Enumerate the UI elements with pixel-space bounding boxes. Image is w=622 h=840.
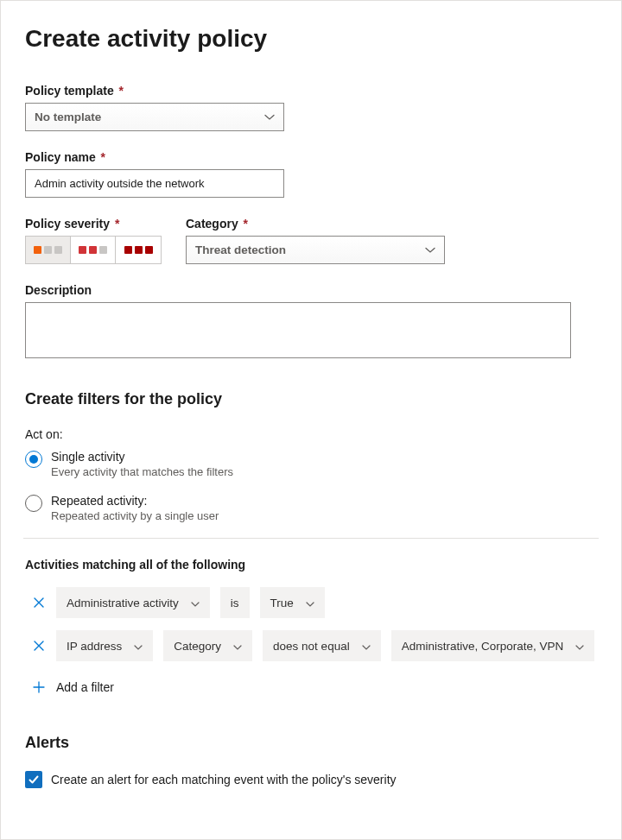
remove-filter-icon[interactable]	[32, 639, 46, 653]
filter-value-text: True	[270, 597, 294, 609]
act-on-single-row: Single activity Every activity that matc…	[25, 450, 597, 478]
create-alert-checkbox[interactable]	[25, 771, 42, 788]
filter-value-dropdown[interactable]: Administrative, Corporate, VPN	[391, 630, 595, 661]
act-on-repeated-subtitle: Repeated activity by a single user	[51, 509, 219, 522]
required-star: *	[115, 217, 119, 231]
severity-square-icon	[145, 246, 153, 254]
filters-section-title: Create filters for the policy	[25, 390, 597, 408]
act-on-single-text: Single activity Every activity that matc…	[51, 450, 233, 478]
chevron-down-icon	[425, 245, 435, 256]
filter-value-dropdown[interactable]: True	[260, 587, 325, 618]
chevron-down-icon	[134, 641, 143, 650]
act-on-repeated-radio[interactable]	[25, 495, 42, 512]
severity-high-button[interactable]	[116, 237, 161, 263]
act-on-label: Act on:	[25, 427, 597, 441]
add-filter-button[interactable]: Add a filter	[32, 680, 114, 694]
policy-template-field: Policy template * No template	[25, 84, 597, 131]
policy-template-value: No template	[35, 111, 101, 123]
act-on-repeated-title: Repeated activity:	[51, 494, 219, 508]
filter-operator: is	[220, 587, 250, 618]
chevron-down-icon	[233, 641, 242, 650]
category-label: Category *	[186, 217, 597, 231]
severity-square-icon	[54, 246, 62, 254]
chevron-down-icon	[362, 641, 371, 650]
page-title: Create activity policy	[25, 25, 597, 53]
filter-row: Administrative activity is True	[25, 587, 597, 618]
act-on-single-title: Single activity	[51, 450, 233, 464]
act-on-single-subtitle: Every activity that matches the filters	[51, 465, 233, 478]
severity-square-icon	[99, 246, 107, 254]
filter-operator-text: is	[231, 597, 239, 609]
required-star: *	[101, 150, 105, 164]
filter-field-dropdown[interactable]: IP address	[56, 630, 153, 661]
severity-low-button[interactable]	[26, 237, 71, 263]
category-label-text: Category	[186, 217, 238, 231]
add-filter-label: Add a filter	[56, 680, 114, 694]
act-on-single-radio[interactable]	[25, 451, 42, 468]
severity-square-icon	[79, 246, 86, 254]
chevron-down-icon	[575, 641, 584, 650]
description-label: Description	[25, 283, 597, 297]
chevron-down-icon	[191, 598, 200, 607]
filter-operator-dropdown[interactable]: does not equal	[263, 630, 381, 661]
policy-template-dropdown[interactable]: No template	[25, 103, 284, 131]
create-alert-label: Create an alert for each matching event …	[51, 773, 397, 786]
filter-field-value: Administrative activity	[67, 597, 179, 609]
filter-subfield-value: Category	[174, 640, 221, 653]
category-dropdown[interactable]: Threat detection	[186, 236, 445, 264]
activities-matching-label: Activities matching all of the following	[25, 558, 597, 572]
policy-template-label-text: Policy template	[25, 84, 114, 98]
policy-severity-field: Policy severity *	[25, 217, 162, 264]
plus-icon	[32, 680, 46, 694]
filter-field-value: IP address	[67, 640, 122, 653]
required-star: *	[244, 217, 248, 231]
alerts-section-title: Alerts	[25, 734, 597, 752]
category-value: Threat detection	[195, 243, 286, 256]
chevron-down-icon	[306, 598, 314, 607]
filter-value-text: Administrative, Corporate, VPN	[402, 640, 564, 653]
filter-field-dropdown[interactable]: Administrative activity	[56, 587, 210, 618]
act-on-repeated-row: Repeated activity: Repeated activity by …	[25, 494, 597, 522]
severity-square-icon	[135, 246, 143, 254]
act-on-repeated-text: Repeated activity: Repeated activity by …	[51, 494, 219, 522]
policy-name-input[interactable]	[25, 169, 284, 198]
create-alert-row: Create an alert for each matching event …	[25, 771, 597, 788]
remove-filter-icon[interactable]	[32, 596, 46, 609]
divider	[23, 538, 599, 539]
policy-name-label-text: Policy name	[25, 150, 96, 164]
required-star: *	[119, 84, 124, 98]
policy-name-label: Policy name *	[25, 150, 597, 164]
policy-template-label: Policy template *	[25, 84, 597, 98]
policy-name-field: Policy name *	[25, 150, 597, 198]
severity-square-icon	[89, 246, 97, 254]
chevron-down-icon	[264, 112, 275, 123]
filter-row: IP address Category does not equal Admin…	[25, 630, 597, 661]
policy-severity-label-text: Policy severity	[25, 217, 110, 231]
description-field: Description	[25, 283, 597, 361]
policy-severity-group	[25, 236, 162, 264]
severity-square-icon	[44, 246, 52, 254]
policy-severity-label: Policy severity *	[25, 217, 162, 231]
description-input[interactable]	[25, 302, 571, 358]
filter-subfield-dropdown[interactable]: Category	[163, 630, 252, 661]
filter-operator-text: does not equal	[273, 640, 350, 653]
category-field: Category * Threat detection	[186, 217, 597, 264]
severity-square-icon	[34, 246, 41, 254]
severity-medium-button[interactable]	[71, 237, 116, 263]
severity-square-icon	[124, 246, 132, 254]
